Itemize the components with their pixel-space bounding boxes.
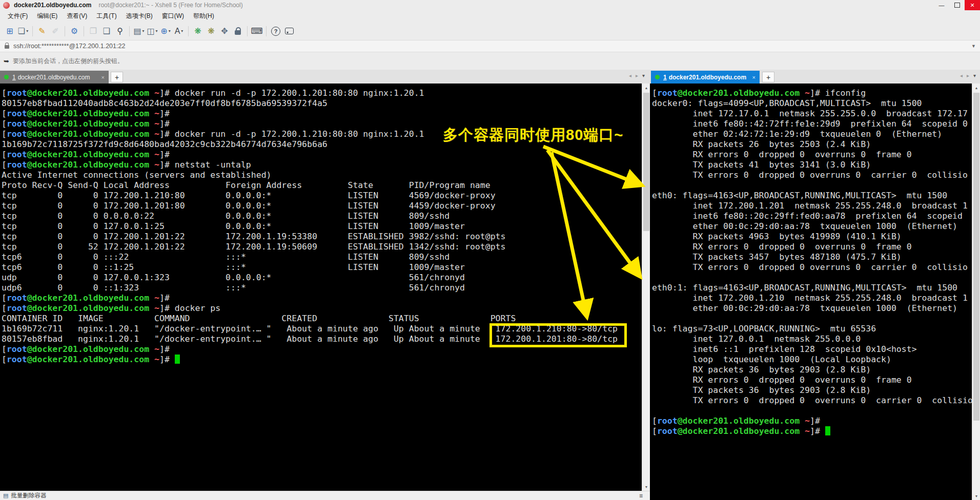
lock-icon[interactable] bbox=[232, 25, 244, 38]
toolbar-separator bbox=[32, 26, 33, 36]
xftp-icon[interactable]: ❋ bbox=[205, 25, 217, 38]
toolbar-separator bbox=[129, 26, 130, 36]
menu-item[interactable]: 工具(T) bbox=[92, 10, 121, 22]
info-message: 要添加当前会话，点击左侧的箭头按钮。 bbox=[13, 57, 124, 66]
tab-prev-icon[interactable]: ◂ bbox=[960, 73, 963, 78]
menu-bar: 文件(F)编辑(E)查看(V)工具(T)选项卡(B)窗口(W)帮助(H) bbox=[0, 10, 980, 22]
address-bar[interactable]: ssh://root:***********@172.200.1.201:22 … bbox=[0, 40, 980, 52]
left-scrollbar[interactable]: ▲ ▼ bbox=[642, 84, 650, 491]
scroll-up-icon[interactable]: ▲ bbox=[642, 84, 650, 92]
menu-item[interactable]: 编辑(E) bbox=[32, 10, 62, 22]
globe-icon[interactable]: ⊕▾ bbox=[159, 25, 172, 38]
terminal-line: tcp 0 0 172.200.1.201:22 172.200.1.19:53… bbox=[2, 232, 618, 242]
menu-item[interactable]: 文件(F) bbox=[3, 10, 32, 22]
tab-next-icon[interactable]: ▸ bbox=[636, 73, 638, 78]
terminal-line: [root@docker201.oldboyedu.com ~]# bbox=[2, 150, 618, 160]
terminal-line: [root@docker201.oldboyedu.com ~]# bbox=[2, 109, 618, 119]
tab-close-icon[interactable]: × bbox=[101, 74, 105, 80]
terminal-line: [root@docker201.oldboyedu.com ~]# bbox=[652, 416, 973, 426]
terminal-line: RX packets 36 bytes 2903 (2.8 KiB) bbox=[652, 365, 973, 375]
info-bar: ➥ 要添加当前会话，点击左侧的箭头按钮。 bbox=[0, 52, 980, 70]
terminal-line: ether 00:0c:29:d0:aa:78 txqueuelen 1000 … bbox=[652, 303, 973, 314]
left-tab-bar: 1 docker201.oldboyedu.com × + ◂ ▸ ▾ bbox=[0, 70, 650, 84]
terminal-line: [root@docker201.oldboyedu.com ~]# bbox=[2, 293, 618, 303]
terminal-line: TX packets 3457 bytes 487180 (475.7 KiB) bbox=[652, 252, 973, 262]
terminal-line: RX packets 4963 bytes 419989 (410.1 KiB) bbox=[652, 232, 973, 242]
terminal-line: TX packets 41 bytes 3141 (3.0 KiB) bbox=[652, 160, 973, 170]
tab-label: docker201.oldboyedu.com bbox=[669, 74, 746, 81]
terminal-line: ether 02:42:72:1e:29:d9 txqueuelen 0 (Et… bbox=[652, 129, 973, 139]
terminal-line: ether 00:0c:29:d0:aa:78 txqueuelen 1000 … bbox=[652, 221, 973, 232]
terminal-line: tcp 0 0 172.200.1.201:80 0.0.0.0:* LISTE… bbox=[2, 201, 618, 211]
hamburger-menu-icon[interactable]: ≡ bbox=[639, 492, 643, 499]
terminal-line bbox=[652, 180, 973, 191]
minimize-button[interactable]: — bbox=[934, 0, 949, 10]
close-button[interactable]: ✕ bbox=[965, 0, 980, 10]
terminal-cursor bbox=[825, 426, 830, 435]
maximize-button[interactable] bbox=[949, 0, 965, 10]
scrollbar-thumb[interactable] bbox=[973, 93, 979, 421]
terminal-line: loop txqueuelen 1000 (Local Loopback) bbox=[652, 355, 973, 365]
find-icon[interactable]: ⚲ bbox=[114, 25, 126, 38]
title-bar: docker201.oldboyedu.com root@docker201:~… bbox=[0, 0, 980, 10]
terminal-line: [root@docker201.oldboyedu.com ~]# netsta… bbox=[2, 160, 618, 170]
add-session-arrow-icon[interactable]: ➥ bbox=[4, 57, 9, 65]
compose-icon[interactable]: ◫▾ bbox=[146, 25, 158, 38]
feedback-icon[interactable] bbox=[283, 25, 295, 38]
connect-icon[interactable]: ✎ bbox=[36, 25, 48, 38]
terminal-line bbox=[652, 406, 973, 416]
tab-menu-icon[interactable]: ▾ bbox=[973, 73, 976, 78]
help-icon[interactable]: ? bbox=[270, 25, 282, 38]
tab-left-session[interactable]: 1 docker201.oldboyedu.com × bbox=[0, 71, 109, 84]
terminal-line bbox=[652, 314, 973, 324]
session-properties-icon[interactable]: ⚙ bbox=[68, 25, 80, 38]
terminal-line: TX errors 0 dropped 0 overruns 0 carrier… bbox=[652, 262, 973, 273]
terminal-line: tcp 0 52 172.200.1.201:22 172.200.1.19:5… bbox=[2, 242, 618, 252]
toolbar: ⊞❏▾✎✐⚙❐❑⚲▤▾◫▾⊕▾A▾❋❋✥⌨? bbox=[0, 22, 980, 40]
open-session-icon[interactable]: ❏▾ bbox=[17, 25, 29, 38]
terminal-line: TX packets 36 bytes 2903 (2.8 KiB) bbox=[652, 385, 973, 395]
menu-item[interactable]: 查看(V) bbox=[62, 10, 92, 22]
scroll-up-icon[interactable]: ▲ bbox=[972, 84, 980, 92]
tab-next-icon[interactable]: ▸ bbox=[967, 73, 969, 78]
right-terminal[interactable]: [root@docker201.oldboyedu.com ~]# ifconf… bbox=[650, 84, 980, 500]
scrollbar-thumb[interactable] bbox=[643, 93, 649, 231]
annotation-text: 多个容器同时使用80端口~ bbox=[443, 125, 623, 145]
new-session-icon[interactable]: ⊞ bbox=[4, 25, 16, 38]
tab-menu-icon[interactable]: ▾ bbox=[642, 73, 645, 78]
menu-item[interactable]: 帮助(H) bbox=[189, 10, 219, 22]
fullscreen-icon[interactable]: ✥ bbox=[218, 25, 231, 38]
menu-item[interactable]: 选项卡(B) bbox=[121, 10, 157, 22]
ports-highlight-box bbox=[489, 323, 627, 347]
right-tab-nav: ◂ ▸ ▾ bbox=[960, 73, 976, 78]
tab-prev-icon[interactable]: ◂ bbox=[629, 73, 631, 78]
print-icon[interactable]: ▤▾ bbox=[133, 25, 145, 38]
connected-dot-icon bbox=[4, 75, 9, 79]
address-input[interactable]: ssh://root:***********@172.200.1.201:22 bbox=[13, 43, 125, 50]
terminal-line: inet6 fe80::20c:29ff:fed0:aa78 prefixlen… bbox=[652, 211, 973, 221]
address-dropdown-icon[interactable]: ▼ bbox=[971, 44, 976, 49]
new-tab-button[interactable]: + bbox=[762, 72, 774, 82]
toolbar-separator bbox=[188, 26, 189, 36]
new-tab-button[interactable]: + bbox=[111, 72, 123, 82]
tab-right-session[interactable]: 1 docker201.oldboyedu.com × bbox=[651, 71, 760, 84]
terminal-line: RX errors 0 dropped 0 overruns 0 frame 0 bbox=[652, 242, 973, 252]
scroll-down-icon[interactable]: ▼ bbox=[972, 492, 980, 500]
disconnect-icon[interactable]: ✐ bbox=[49, 25, 62, 38]
paste-icon[interactable]: ❑ bbox=[100, 25, 113, 38]
menu-item[interactable]: 窗口(W) bbox=[157, 10, 189, 22]
terminal-line: [root@docker201.oldboyedu.com ~]# bbox=[2, 355, 618, 365]
toolbar-separator bbox=[84, 26, 84, 36]
terminal-line: docker0: flags=4099<UP,BROADCAST,MULTICA… bbox=[652, 98, 973, 109]
quick-command-bar: ▤ 批量删除容器 ≡ bbox=[0, 491, 650, 500]
tab-close-icon[interactable]: × bbox=[752, 74, 756, 80]
quick-command-button[interactable]: 批量删除容器 bbox=[11, 492, 46, 499]
terminal-line: RX errors 0 dropped 0 overruns 0 frame 0 bbox=[652, 375, 973, 385]
terminal-line: tcp6 0 0 :::22 :::* LISTEN 809/sshd bbox=[2, 252, 618, 262]
scroll-down-icon[interactable]: ▼ bbox=[642, 483, 650, 491]
font-icon[interactable]: A▾ bbox=[173, 25, 185, 38]
copy-icon[interactable]: ❐ bbox=[87, 25, 99, 38]
keyboard-icon[interactable]: ⌨ bbox=[251, 25, 263, 38]
right-scrollbar[interactable]: ▲ ▼ bbox=[972, 84, 980, 500]
xagent-icon[interactable]: ❋ bbox=[192, 25, 204, 38]
